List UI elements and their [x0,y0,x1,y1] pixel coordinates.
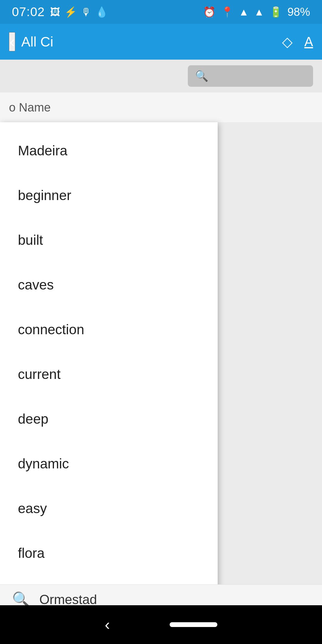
status-time: 07:02 [12,5,45,19]
bottom-ormestad-label: Ormestad [39,592,97,607]
search-bar-container[interactable]: 🔍 [188,65,313,87]
text-format-icon[interactable]: A [304,34,313,49]
search-icon: 🔍 [195,70,208,82]
dropdown-item[interactable]: built [0,218,218,262]
dropdown-item[interactable]: beginner [0,173,218,218]
sort-area: o Name [0,92,322,122]
location-icon: 📍 [221,6,233,18]
status-icons-left: 🖼 ⚡ 🎙 💧 [50,6,108,18]
lightning-icon: ⚡ [64,6,77,18]
dropdown-item[interactable]: deep [0,397,218,441]
dropdown-menu: Madeirabeginnerbuiltcavesconnectioncurre… [0,122,218,644]
dropdown-item[interactable]: caves [0,262,218,307]
back-button[interactable]: ‹ [9,32,15,51]
nav-bar: ‹ [0,605,322,644]
dropdown-item[interactable]: current [0,352,218,397]
nav-home-indicator[interactable] [170,622,217,627]
sort-label: o Name [9,101,51,114]
dropdown-item[interactable]: Madeira [0,128,218,173]
battery-icon: 🔋 [270,6,282,18]
signal-icon: ▲ [254,6,264,18]
dropdown-item[interactable]: dynamic [0,441,218,486]
mic-icon: 🎙 [81,6,91,18]
droplet-icon: 💧 [95,6,108,18]
diamond-icon[interactable]: ◇ [282,34,292,50]
dropdown-item[interactable]: flora [0,531,218,575]
image-icon: 🖼 [50,6,60,18]
status-bar-right: ⏰ 📍 ▲ ▲ 🔋 98% [203,6,310,18]
status-bar-left: 07:02 🖼 ⚡ 🎙 💧 [12,5,108,19]
app-header: ‹ All Ci ◇ A [0,24,322,60]
dropdown-item[interactable]: easy [0,486,218,531]
main-content: Madeirabeginnerbuiltcavesconnectioncurre… [0,122,322,614]
nav-back-button[interactable]: ‹ [105,616,110,634]
status-bar: 07:02 🖼 ⚡ 🎙 💧 ⏰ 📍 ▲ ▲ 🔋 98% [0,0,322,24]
alarm-icon: ⏰ [203,6,216,18]
battery-percent: 98% [287,6,310,18]
header-icons: ◇ A [282,34,313,50]
header-title: All Ci [21,34,282,50]
dropdown-item[interactable]: connection [0,307,218,352]
search-area: 🔍 [0,60,322,92]
wifi-icon: ▲ [239,6,249,18]
